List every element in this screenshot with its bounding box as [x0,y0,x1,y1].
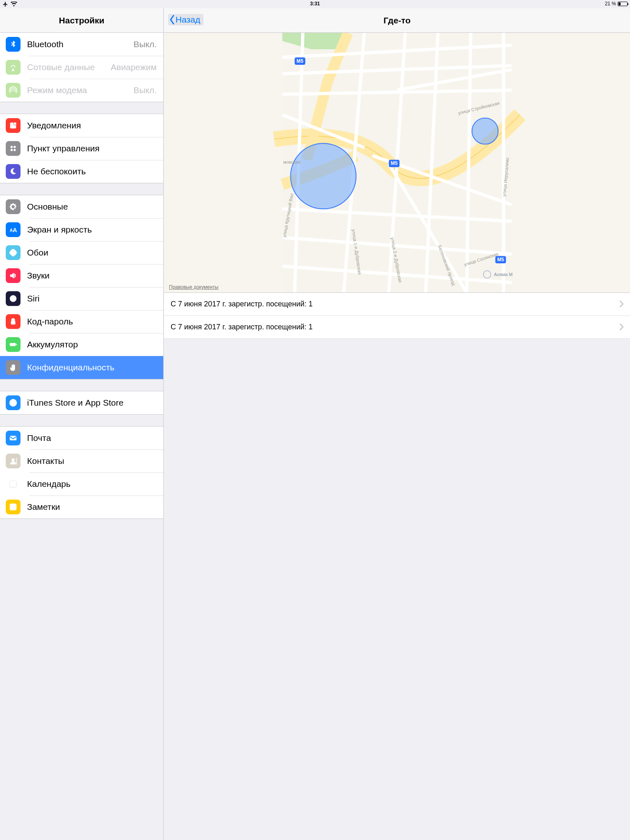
sidebar-item-label: Пункт управления [27,144,157,153]
svg-point-2 [11,146,13,148]
controlcenter-icon [6,141,21,156]
sidebar-item-label: Звуки [27,271,157,281]
svg-text:M5: M5 [391,160,394,166]
display-icon: AA [6,222,21,237]
notes-icon [6,500,21,514]
sounds-icon [6,268,21,283]
svg-point-10 [12,249,14,251]
svg-point-30 [11,486,12,486]
sidebar-item-label: Не беспокоить [27,167,157,176]
sidebar-item-notifications[interactable]: Уведомления [0,114,163,137]
svg-point-27 [12,484,13,485]
svg-point-20 [11,459,14,461]
settings-sidebar: Настройки BluetoothВыкл.Сотовые данныеАв… [0,8,164,525]
wifi-icon [11,2,17,8]
sidebar-item-detail: Выкл. [133,39,157,49]
sidebar-item-cellular[interactable]: Сотовые данныеАвиарежим [0,56,163,79]
sidebar-item-privacy[interactable]: Конфиденциальность [0,356,163,379]
sidebar-navbar: Настройки [0,8,163,33]
sidebar-item-display[interactable]: AAЭкран и яркость [0,218,163,241]
detail-title: Где-то [383,16,394,25]
svg-rect-34 [10,504,17,511]
sidebar-item-label: iTunes Store и App Store [27,398,157,408]
sidebar-item-siri[interactable]: Siri [0,287,163,310]
sidebar-title: Настройки [59,16,105,25]
svg-rect-22 [16,460,17,462]
dnd-icon [6,164,21,179]
sidebar-item-label: Сотовые данные [27,62,111,72]
sidebar-item-contacts[interactable]: Контакты [0,450,163,472]
sidebar-item-label: Обои [27,248,157,258]
svg-point-33 [14,486,15,486]
visit-row-label: С 7 июня 2017 г. зарегистр. посещений: 1 [171,323,394,331]
sidebar-item-label: Bluetooth [27,39,133,49]
sidebar-item-battery[interactable]: Аккумулятор [0,333,163,356]
settings-group: BluetoothВыкл.Сотовые данныеАвиарежимРеж… [0,33,163,102]
sidebar-item-label: Контакты [27,456,157,466]
svg-point-26 [11,484,12,485]
svg-rect-25 [10,481,17,483]
back-button[interactable]: Назад [168,14,203,25]
svg-point-5 [14,149,16,151]
visit-row[interactable]: С 7 июня 2017 г. зарегистр. посещений: 1 [164,316,394,339]
sidebar-item-mail[interactable]: Почта [0,427,163,450]
sidebar-item-label: Календарь [27,479,157,489]
sidebar-item-detail: Выкл. [133,85,157,95]
sidebar-item-bluetooth[interactable]: BluetoothВыкл. [0,33,163,56]
cellular-icon [6,60,21,75]
sidebar-item-wallpaper[interactable]: Обои [0,241,163,264]
visit-row[interactable]: С 7 июня 2017 г. зарегистр. посещений: 1 [164,293,394,316]
svg-point-11 [15,252,17,253]
status-time: 3:31 [310,1,320,7]
map-legal-link[interactable]: Правовые документы [169,284,219,290]
sidebar-item-sounds[interactable]: Звуки [0,264,163,287]
sidebar-item-passcode[interactable]: Код-пароль [0,310,163,333]
svg-text:M5: M5 [297,58,304,64]
road-badge-icon: M5 [294,57,305,65]
sidebar-item-detail: Авиарежим [111,62,157,72]
wallpaper-icon [6,245,21,260]
sidebar-item-label: Основные [27,202,157,212]
svg-point-12 [12,255,14,256]
contacts-icon [6,454,21,468]
sidebar-item-dnd[interactable]: Не беспокоить [0,160,163,183]
svg-point-3 [14,146,16,148]
svg-point-14 [10,295,17,302]
mail-icon [6,431,21,445]
svg-rect-21 [16,458,17,460]
sidebar-item-general[interactable]: Основные [0,195,163,218]
svg-point-36 [290,144,356,209]
notifications-icon [6,118,21,133]
sidebar-item-label: Siri [27,294,157,304]
svg-point-4 [11,149,13,151]
svg-point-13 [10,252,11,253]
location-map[interactable]: M5 M5 M5 улица Стройковская улица 1-я Ду… [164,33,394,293]
svg-text:A: A [13,227,17,233]
settings-group: УведомленияПункт управленияНе беспокоить [0,114,163,183]
calendar-icon [6,477,21,491]
svg-text:мовская: мовская [283,160,300,164]
airplane-icon [2,1,8,8]
battery-icon [6,337,21,352]
svg-point-1 [14,122,16,125]
siri-icon [6,291,21,306]
gear-icon [6,199,21,214]
svg-rect-23 [16,463,17,465]
sidebar-item-label: Аккумулятор [27,340,157,349]
sidebar-item-label: Уведомления [27,121,157,130]
sidebar-item-controlcenter[interactable]: Пункт управления [0,137,163,160]
status-bar: 3:31 21 % [0,0,394,8]
sidebar-item-notes[interactable]: Заметки [0,495,163,518]
sidebar-item-label: Заметки [27,502,157,512]
settings-group: ПочтаКонтактыКалендарьЗаметки [0,426,163,519]
settings-group: ОсновныеAAЭкран и яркостьОбоиЗвукиSiriКо… [0,195,163,379]
sidebar-item-label: Код-пароль [27,317,157,326]
sidebar-item-calendar[interactable]: Календарь [0,472,163,495]
svg-rect-17 [16,344,17,345]
svg-rect-16 [10,343,16,346]
back-label: Назад [176,15,200,25]
detail-navbar: Назад Где-то [164,8,394,33]
sidebar-item-hotspot[interactable]: Режим модемаВыкл. [0,79,163,102]
bluetooth-icon [6,37,21,52]
sidebar-item-store[interactable]: iTunes Store и App Store [0,391,163,414]
